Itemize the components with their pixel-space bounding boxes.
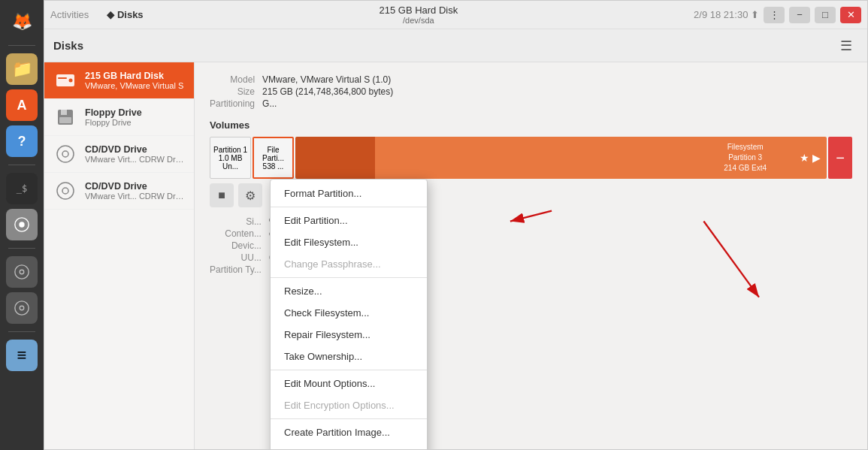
menu-restore-image[interactable]: Restore Partition Image... <box>271 443 427 449</box>
clock: 2/9 18 21:30 ⬆ <box>694 9 759 20</box>
svg-rect-8 <box>58 77 67 79</box>
play-icon[interactable]: ▶ <box>812 152 821 164</box>
menu-resize[interactable]: Resize... <box>271 280 427 302</box>
app-title: Disks <box>53 39 834 52</box>
sidebar-hard-disk-sub: VMware, VMware Virtual S <box>85 81 185 90</box>
taskbar-firefox[interactable]: 🦊 <box>6 6 38 38</box>
fs-label-line2: Partition 3 <box>724 153 767 163</box>
titlebar-left: Activities ◆ Disks <box>50 9 144 20</box>
sidebar-item-floppy[interactable]: Floppy Drive Floppy Drive <box>44 99 194 136</box>
partition-1-label: Partition 1 <box>213 146 247 154</box>
disk-path: /dev/sda <box>403 16 434 25</box>
menu-create-image[interactable]: Create Partition Image... <box>271 421 427 443</box>
model-label: Model <box>210 74 255 85</box>
svg-point-7 <box>69 79 73 83</box>
sidebar-cdrom1-title: CD/DVD Drive <box>85 144 185 155</box>
taskbar-disc2[interactable] <box>6 292 38 324</box>
fs-label-line3: 214 GB Ext4 <box>724 163 767 174</box>
title-menu-btn[interactable]: ⋮ <box>764 7 785 23</box>
sidebar-item-cdrom2[interactable]: CD/DVD Drive VMware Virt... CDRW Drive <box>44 173 194 210</box>
sidebar-cdrom1-sub: VMware Virt... CDRW Drive <box>85 155 185 164</box>
titlebar-center: 215 GB Hard Disk /dev/sda <box>144 5 694 25</box>
pd-size-label: Si... <box>210 216 262 227</box>
menu-edit-filesystem[interactable]: Edit Filesystem... <box>271 231 427 253</box>
sidebar-cdrom2-sub: VMware Virt... CDRW Drive <box>85 192 185 201</box>
disk-info: Model VMware, VMware Virtual S (1.0) Siz… <box>210 74 852 109</box>
partition-block-1[interactable]: Partition 1 1.0 MB Un... <box>210 137 251 179</box>
main-panel: Model VMware, VMware Virtual S (1.0) Siz… <box>195 62 867 449</box>
pd-contents-label: Conten... <box>210 228 262 239</box>
title-maximize-btn[interactable]: □ <box>815 7 836 23</box>
partition-1-sub: 1.0 MB Un... <box>212 154 249 171</box>
settings-btn[interactable]: ⚙ <box>238 183 262 207</box>
menu-check-filesystem[interactable]: Check Filesystem... <box>271 302 427 324</box>
model-value: VMware, VMware Virtual S (1.0) <box>262 74 852 85</box>
title-close-btn[interactable]: ✕ <box>840 7 861 23</box>
partition-2-sub: 538 ... <box>263 162 284 171</box>
menu-edit-partition[interactable]: Edit Partition... <box>271 210 427 231</box>
sidebar-cdrom2-title: CD/DVD Drive <box>85 181 185 192</box>
menu-take-ownership[interactable]: Take Ownership... <box>271 346 427 367</box>
sidebar-item-hard-disk[interactable]: 215 GB Hard Disk VMware, VMware Virtual … <box>44 62 194 99</box>
menu-edit-mount[interactable]: Edit Mount Options... <box>271 373 427 394</box>
fs-label-line1: Filesystem <box>724 142 767 153</box>
sidebar-cdrom2-text: CD/DVD Drive VMware Virt... CDRW Drive <box>85 181 185 201</box>
partitioning-label: Partitioning <box>210 98 255 109</box>
filesystem-bar: Filesystem Partition 3 214 GB Ext4 ★ ▶ <box>295 137 827 179</box>
taskbar-disks[interactable] <box>6 209 38 240</box>
sidebar-cdrom1-text: CD/DVD Drive VMware Virt... CDRW Drive <box>85 144 185 164</box>
menu-change-passphrase: Change Passphrase... <box>271 253 427 275</box>
svg-point-14 <box>57 183 74 199</box>
partition-block-2[interactable]: File Parti... 538 ... <box>253 137 294 179</box>
minus-icon: − <box>836 149 845 167</box>
titlebar: Activities ◆ Disks 215 GB Hard Disk /dev… <box>44 1 867 29</box>
star-icon[interactable]: ★ <box>800 152 809 164</box>
title-minimize-btn[interactable]: − <box>789 7 810 23</box>
svg-point-1 <box>19 222 24 227</box>
fs-bar-controls: ★ ▶ <box>800 152 821 164</box>
partitions-row: Partition 1 1.0 MB Un... File Parti... 5… <box>210 137 852 179</box>
taskbar: 🦊 📁 A ? _$ ≡ <box>0 0 44 450</box>
pd-uuid-label: UU... <box>210 252 262 263</box>
menu-repair-filesystem[interactable]: Repair Filesystem... <box>271 324 427 346</box>
menu-format[interactable]: Format Partition... <box>271 183 427 204</box>
taskbar-divider-2 <box>8 165 35 165</box>
main-window: Activities ◆ Disks 215 GB Hard Disk /dev… <box>44 0 868 450</box>
svg-point-3 <box>20 270 24 274</box>
svg-rect-10 <box>61 110 67 115</box>
content-area: 215 GB Hard Disk VMware, VMware Virtual … <box>44 62 867 449</box>
taskbar-disc1[interactable] <box>6 256 38 288</box>
sidebar: 215 GB Hard Disk VMware, VMware Virtual … <box>44 62 195 449</box>
taskbar-files[interactable]: 📁 <box>6 53 38 85</box>
cdrom2-icon <box>53 179 77 203</box>
disk-title: 215 GB Hard Disk <box>379 5 458 16</box>
taskbar-files2[interactable]: ≡ <box>6 340 38 371</box>
taskbar-help[interactable]: ? <box>6 125 38 157</box>
remove-partition-btn[interactable]: − <box>828 137 852 179</box>
svg-point-13 <box>62 151 68 157</box>
pd-type-label: Partition Ty... <box>210 264 262 275</box>
taskbar-divider-1 <box>8 45 35 46</box>
sidebar-floppy-title: Floppy Drive <box>85 107 185 118</box>
size-value: 215 GB (214,748,364,800 bytes) <box>262 86 852 97</box>
svg-point-12 <box>57 146 74 162</box>
svg-point-2 <box>15 265 29 279</box>
sidebar-hard-disk-text: 215 GB Hard Disk VMware, VMware Virtual … <box>85 71 185 90</box>
hamburger-btn[interactable]: ☰ <box>834 34 858 58</box>
partitioning-value: G... <box>262 98 852 109</box>
taskbar-terminal[interactable]: _$ <box>6 173 38 204</box>
titlebar-right: 2/9 18 21:30 ⬆ ⋮ − □ ✕ <box>694 7 861 23</box>
disks-app-label: ◆ Disks <box>107 9 143 20</box>
pd-device-label: Devic... <box>210 240 262 251</box>
taskbar-divider-3 <box>8 248 35 249</box>
sidebar-item-cdrom1[interactable]: CD/DVD Drive VMware Virt... CDRW Drive <box>44 136 194 173</box>
menu-sep-2 <box>271 277 427 278</box>
taskbar-software[interactable]: A <box>6 89 38 121</box>
menu-edit-encryption: Edit Encryption Options... <box>271 394 427 416</box>
floppy-icon <box>53 105 77 129</box>
svg-point-5 <box>20 306 24 310</box>
app-header: Disks ☰ <box>44 29 867 62</box>
menu-sep-4 <box>271 418 427 419</box>
cdrom1-icon <box>53 142 77 166</box>
stop-btn[interactable]: ■ <box>210 183 234 207</box>
